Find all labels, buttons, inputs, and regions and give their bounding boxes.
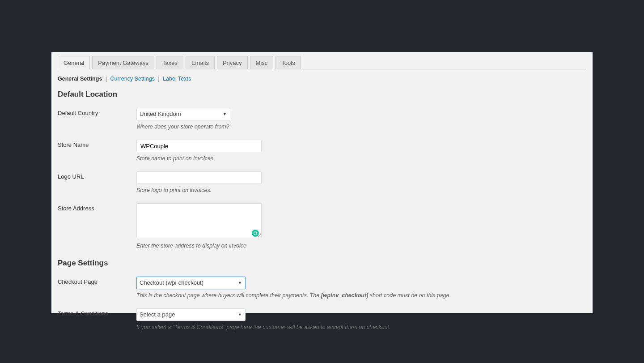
logo-url-input[interactable] (136, 171, 262, 184)
row-store-address: Store Address Enter the store address to… (58, 203, 586, 249)
tab-emails[interactable]: Emails (186, 56, 215, 69)
row-checkout-page: Checkout Page Checkout (wpi-checkout) Th… (58, 277, 586, 299)
label-store-name: Store Name (58, 140, 136, 148)
helper-checkout-post: short code must be on this page. (368, 292, 451, 299)
store-address-textarea[interactable] (136, 203, 262, 238)
label-checkout-page: Checkout Page (58, 277, 136, 285)
store-name-input[interactable] (136, 140, 262, 152)
helper-logo-url: Store logo to print on invoices. (136, 187, 586, 193)
row-terms: Terms & Conditions Select a page If you … (58, 308, 586, 330)
subtab-currency-settings[interactable]: Currency Settings (110, 76, 155, 82)
label-logo-url: Logo URL (58, 171, 136, 180)
helper-checkout-pre: This is the checkout page where buyers w… (136, 292, 321, 299)
helper-checkout-code: [wpinv_checkout] (321, 292, 369, 299)
grammarly-icon (252, 230, 259, 237)
row-store-name: Store Name Store name to print on invoic… (58, 140, 586, 162)
settings-panel: General Payment Gateways Taxes Emails Pr… (51, 52, 593, 313)
tab-privacy[interactable]: Privacy (217, 56, 248, 69)
subtab-label-texts[interactable]: Label Texts (163, 76, 191, 82)
default-country-select[interactable]: United Kingdom (136, 108, 230, 120)
helper-store-address: Enter the store address to display on in… (136, 243, 586, 249)
tab-tools[interactable]: Tools (275, 56, 301, 69)
helper-terms: If you select a "Terms & Conditions" pag… (136, 324, 586, 330)
tab-taxes[interactable]: Taxes (157, 56, 183, 69)
subtab-divider: | (158, 76, 159, 82)
helper-store-name: Store name to print on invoices. (136, 155, 586, 162)
section-title-default-location: Default Location (58, 90, 586, 99)
label-default-country: Default Country (58, 108, 136, 116)
label-store-address: Store Address (58, 203, 136, 212)
main-tabs: General Payment Gateways Taxes Emails Pr… (58, 52, 586, 69)
row-logo-url: Logo URL Store logo to print on invoices… (58, 171, 586, 193)
tab-misc[interactable]: Misc (250, 56, 274, 69)
checkout-page-select[interactable]: Checkout (wpi-checkout) (136, 277, 246, 289)
subtab-nav: General Settings | Currency Settings | L… (58, 76, 586, 82)
section-title-page-settings: Page Settings (58, 259, 586, 268)
row-default-country: Default Country United Kingdom Where doe… (58, 108, 586, 130)
helper-checkout-page: This is the checkout page where buyers w… (136, 292, 586, 299)
terms-page-select[interactable]: Select a page (136, 308, 246, 321)
subtab-divider: | (106, 76, 107, 82)
tab-general[interactable]: General (58, 56, 90, 69)
label-terms: Terms & Conditions (58, 308, 136, 317)
subtab-general-settings[interactable]: General Settings (58, 76, 102, 82)
tab-payment-gateways[interactable]: Payment Gateways (92, 56, 154, 69)
helper-default-country: Where does your store operate from? (136, 124, 586, 130)
